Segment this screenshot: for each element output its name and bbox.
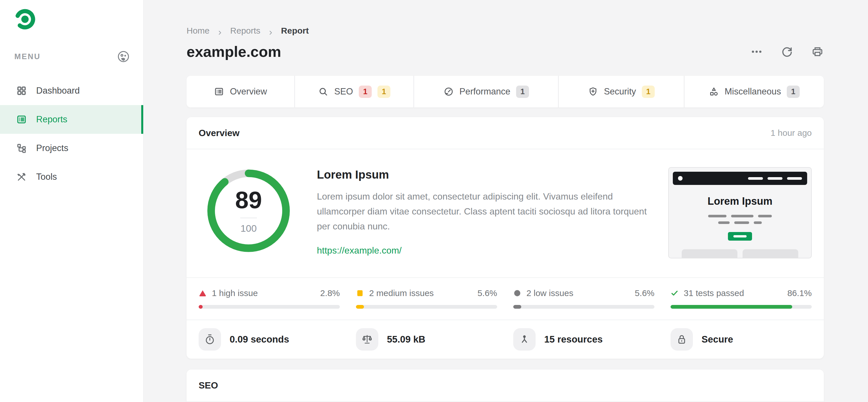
progress-fill [356,305,364,309]
score-value: 89 [235,188,262,212]
menu-label: MENU [14,52,41,61]
resources-icon [513,328,536,350]
tab-badge-neutral: 1 [787,86,800,98]
score-gauge: 89 100 [207,169,290,253]
stat-percent: 5.6% [477,288,497,298]
search-icon [318,86,329,97]
site-name: Lorem Ipsum [317,168,648,181]
site-info: Lorem Ipsum Lorem ipsum dolor sit amet, … [317,168,668,258]
refresh-button[interactable] [781,45,794,58]
progress-track [671,305,812,309]
thumbnail-text-row [669,215,811,217]
sidebar-item-label: Reports [36,114,67,125]
tab-label: Performance [460,86,510,97]
shield-icon [588,86,598,97]
tab-badge-high: 1 [359,86,372,98]
stat-high-issues: 1 high issue 2.8% [198,288,340,309]
thumbnail-title: Lorem Ipsum [669,195,811,207]
progress-fill [513,305,521,309]
thumbnail-dot [678,176,683,181]
metric-security: Secure [671,328,812,350]
sidebar-item-label: Dashboard [36,86,80,96]
tab-performance[interactable]: Performance 1 [413,76,558,107]
ellipsis-icon [750,45,763,58]
app-logo-icon[interactable] [13,7,37,31]
report-tabs: Overview SEO 1 1 [187,76,824,107]
chevron-right-icon [268,28,274,34]
stat-percent: 86.1% [787,288,812,298]
sidebar-item-projects[interactable]: Projects [0,134,143,162]
print-button[interactable] [811,45,824,58]
seo-card-header: SEO [187,370,824,401]
progress-fill [671,305,792,309]
header-actions [750,45,824,58]
issue-stats-row: 1 high issue 2.8% 2 mediu [187,278,824,319]
tab-label: Miscellaneous [725,86,781,97]
check-icon [671,289,679,297]
breadcrumb-reports[interactable]: Reports [230,26,260,36]
metric-load-time: 0.09 seconds [198,328,340,350]
refresh-icon [781,45,794,58]
overview-card-title: Overview [198,128,239,138]
stat-percent: 5.6% [635,288,654,298]
face-icon[interactable] [117,50,130,63]
thumbnail-nav-lines [748,177,802,180]
sidebar: MENU D [0,0,144,402]
chevron-right-icon [217,28,223,34]
stat-tests-passed: 31 tests passed 86.1% [671,288,812,309]
score-total: 100 [241,223,257,234]
tab-overview[interactable]: Overview [187,76,294,107]
metric-resources: 15 resources [513,328,654,350]
tab-label: Overview [230,86,267,97]
tab-miscellaneous[interactable]: Miscellaneous 1 [684,76,824,107]
breadcrumb: Home Reports Report [187,26,824,36]
menu-row: MENU [14,50,130,63]
sidebar-nav: Dashboard Reports [0,76,143,191]
tab-badge-neutral: 1 [516,86,529,98]
app: MENU D [0,0,868,402]
reports-icon [16,114,27,125]
scale-icon [356,328,378,350]
site-description: Lorem ipsum dolor sit amet, consectetur … [317,189,648,234]
metric-value: Secure [702,334,733,345]
tab-security[interactable]: Security 1 [558,76,683,107]
score-divider [240,218,257,218]
metrics-row: 0.09 seconds 55.09 kB [187,320,824,359]
overview-body: 89 100 Lorem Ipsum Lorem ipsum dolor sit… [187,149,824,277]
lock-icon [671,328,693,350]
circle-icon [513,289,521,297]
sidebar-item-dashboard[interactable]: Dashboard [0,76,143,105]
printer-icon [811,45,824,58]
sidebar-item-tools[interactable]: Tools [0,162,143,191]
sidebar-item-label: Tools [36,172,57,182]
tab-badge-medium: 1 [377,86,391,98]
metric-value: 15 resources [544,334,603,345]
sidebar-item-reports[interactable]: Reports [0,105,143,134]
thumbnail-text-row [669,221,811,224]
score-center: 89 100 [207,169,290,253]
seo-card-title: SEO [198,380,218,391]
site-thumbnail: Lorem Ipsum [668,167,812,258]
stat-label: 1 high issue [212,288,258,298]
site-url-link[interactable]: https://example.com/ [317,245,402,256]
breadcrumb-home[interactable]: Home [187,26,210,36]
tab-seo[interactable]: SEO 1 1 [294,76,413,107]
square-icon [356,289,364,297]
breadcrumb-current: Report [281,26,309,36]
projects-icon [16,143,27,154]
stat-label: 2 low issues [526,288,573,298]
stat-label: 31 tests passed [684,288,744,298]
metric-value: 0.09 seconds [229,334,289,345]
stat-label: 2 medium issues [369,288,434,298]
stat-medium-issues: 2 medium issues 5.6% [356,288,497,309]
thumbnail-button [728,232,752,241]
main-content: Home Reports Report example.com [144,0,868,402]
tab-label: SEO [334,86,353,97]
overview-card: Overview 1 hour ago 89 100 [187,117,824,359]
progress-track [198,305,340,309]
report-timestamp: 1 hour ago [771,128,812,138]
sidebar-item-label: Projects [36,143,68,153]
seo-card: SEO [187,370,824,402]
more-options-button[interactable] [750,45,763,58]
overview-card-header: Overview 1 hour ago [187,117,824,149]
